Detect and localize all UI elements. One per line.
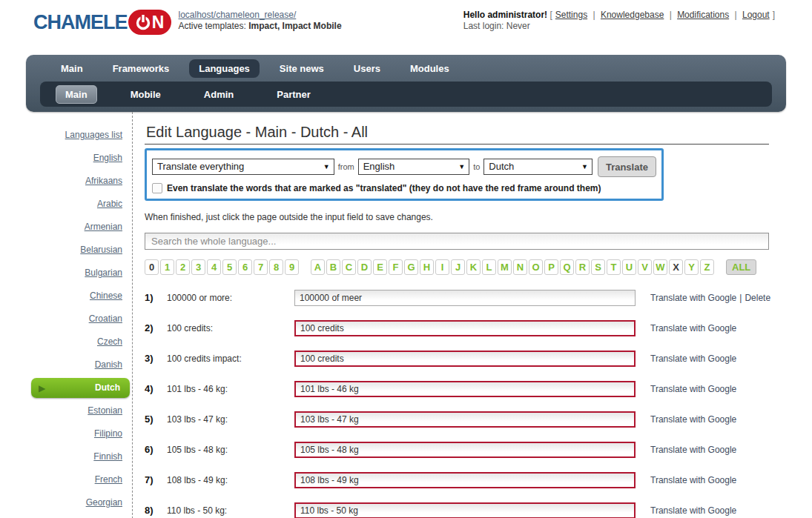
filter-button-2[interactable]: 2 [176,259,190,275]
sidebar-item-georgian[interactable]: Georgian [0,491,132,514]
filter-button-6[interactable]: 6 [238,259,252,275]
filter-button-o[interactable]: O [529,259,543,275]
sidebar-item-czech[interactable]: Czech [0,331,132,353]
row-actions: Translate with Google [650,384,736,394]
filter-button-b[interactable]: B [326,259,340,275]
filter-button-i[interactable]: I [435,259,449,275]
tab-users[interactable]: Users [344,59,390,78]
filter-button-d[interactable]: D [357,259,372,275]
translate-with-google-link[interactable]: Translate with Google [650,445,736,455]
active-templates-label: Active templates: [179,21,246,31]
filter-button-s[interactable]: S [591,259,605,275]
translation-input[interactable] [294,320,636,336]
translation-input[interactable] [294,381,636,397]
translation-row: 5)103 lbs - 47 kg:Translate with Google [145,404,812,434]
sub-tabs: MainMobileAdminPartner [40,82,772,107]
delete-link[interactable]: Delete [745,293,770,303]
filter-button-r[interactable]: R [575,259,590,275]
even-translate-checkbox[interactable] [152,183,162,193]
to-language-select[interactable]: Dutch ▼ [483,159,593,175]
translation-input[interactable] [294,290,636,306]
translation-input[interactable] [294,472,636,488]
title-divider [145,144,769,145]
translate-with-google-link[interactable]: Translate with Google [650,293,736,303]
filter-button-4[interactable]: 4 [207,259,221,275]
filter-button-v[interactable]: V [638,259,652,275]
sidebar-item-belarusian[interactable]: Belarusian [0,239,132,262]
subtab-admin[interactable]: Admin [194,85,243,104]
filter-button-l[interactable]: L [482,259,496,275]
filter-button-0[interactable]: 0 [145,259,159,275]
row-key-label: 100 credits: [167,323,294,333]
filter-button-5[interactable]: 5 [222,259,237,275]
sidebar-item-french[interactable]: French [0,468,132,491]
tab-main[interactable]: Main [51,59,93,78]
translate-mode-select[interactable]: Translate everything ▼ [152,159,334,175]
sidebar-item-german[interactable]: German [0,514,132,518]
translation-input[interactable] [294,442,636,458]
sidebar-item-chinese[interactable]: Chinese [0,285,132,308]
menu-knowledgebase-link[interactable]: Knowledgebase [601,10,664,20]
menu-modifications-link[interactable]: Modifications [677,10,729,20]
tab-frameworks[interactable]: Frameworks [103,59,179,78]
filter-button-all[interactable]: ALL [726,259,756,275]
filter-button-8[interactable]: 8 [269,259,283,275]
from-language-select[interactable]: English ▼ [358,159,469,175]
filter-button-7[interactable]: 7 [254,259,268,275]
translate-with-google-link[interactable]: Translate with Google [650,414,736,425]
filter-button-j[interactable]: J [451,259,465,275]
sidebar-item-english[interactable]: English [0,147,132,170]
filter-button-n[interactable]: N [513,259,527,275]
site-url-link[interactable]: localhost/chameleon_release/ [179,10,297,20]
sidebar-item-afrikaans[interactable]: Afrikaans [0,170,132,193]
search-input[interactable] [145,233,769,250]
filter-button-z[interactable]: Z [700,259,714,275]
filter-button-w[interactable]: W [653,259,667,275]
filter-button-p[interactable]: P [544,259,558,275]
subtab-partner[interactable]: Partner [267,85,320,104]
filter-button-f[interactable]: F [389,259,403,275]
sidebar-item-bulgarian[interactable]: Bulgarian [0,262,132,285]
filter-button-y[interactable]: Y [684,259,699,275]
sidebar-item-croatian[interactable]: Croatian [0,308,132,331]
sidebar-item-arabic[interactable]: Arabic [0,193,132,216]
translate-with-google-link[interactable]: Translate with Google [650,384,736,394]
chameleon-logo[interactable]: CHAMELE N [33,9,171,36]
filter-button-1[interactable]: 1 [160,259,174,275]
translation-input[interactable] [294,411,636,428]
translate-with-google-link[interactable]: Translate with Google [650,323,736,333]
filter-button-q[interactable]: Q [560,259,574,275]
filter-button-9[interactable]: 9 [285,259,299,275]
translate-button[interactable]: Translate [598,156,656,177]
filter-button-c[interactable]: C [342,259,356,275]
menu-settings-link[interactable]: Settings [555,10,587,20]
filter-button-k[interactable]: K [466,259,481,275]
tab-languages[interactable]: Languages [189,59,260,78]
translation-input[interactable] [294,502,636,518]
filter-button-e[interactable]: E [373,259,387,275]
filter-button-a[interactable]: A [311,259,325,275]
sidebar-item-danish[interactable]: Danish [0,353,132,376]
translate-with-google-link[interactable]: Translate with Google [650,353,736,364]
filter-button-t[interactable]: T [607,259,621,275]
menu-logout-link[interactable]: Logout [742,10,770,20]
filter-button-h[interactable]: H [420,259,434,275]
subtab-mobile[interactable]: Mobile [121,85,171,104]
sidebar-item-finnish[interactable]: Finnish [0,445,132,468]
translate-with-google-link[interactable]: Translate with Google [650,505,736,516]
sidebar-item-estonian[interactable]: Estonian [0,399,132,422]
sidebar-item-armenian[interactable]: Armenian [0,216,132,239]
translate-with-google-link[interactable]: Translate with Google [650,475,736,485]
tab-modules[interactable]: Modules [400,59,459,78]
filter-button-g[interactable]: G [404,259,418,275]
sidebar-item-filipino[interactable]: Filipino [0,422,132,445]
filter-button-3[interactable]: 3 [191,259,205,275]
filter-button-u[interactable]: U [622,259,636,275]
tab-site-news[interactable]: Site news [270,59,334,78]
translation-input[interactable] [294,351,636,367]
subtab-main[interactable]: Main [56,85,97,104]
sidebar-item-languages-list[interactable]: Languages list [0,124,132,147]
filter-button-x[interactable]: X [669,259,683,275]
sidebar-item-dutch-selected[interactable]: ▶Dutch [31,378,130,398]
filter-button-m[interactable]: M [498,259,512,275]
